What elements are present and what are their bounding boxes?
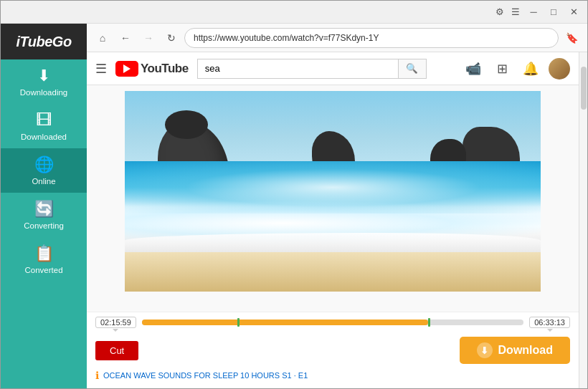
- sidebar-item-converting[interactable]: 🔄 Converting: [1, 193, 87, 237]
- youtube-search-container: 🔍: [197, 59, 427, 79]
- youtube-header: ☰ YouTube 🔍 📹 ⊞: [87, 52, 579, 85]
- hamburger-icon[interactable]: ☰: [95, 61, 107, 77]
- action-row: Cut ⬇ Download: [95, 334, 570, 367]
- video-container: [125, 91, 541, 292]
- youtube-search-input[interactable]: [197, 59, 398, 79]
- bell-icon[interactable]: 🔔: [520, 58, 541, 80]
- film-icon: 🎞: [36, 111, 52, 130]
- video-area: [87, 85, 579, 312]
- browser-panel: ⌂ ← → ↻ 🔖 ☰ YouTube: [87, 24, 587, 388]
- sidebar-label-converted: Converted: [24, 266, 62, 274]
- settings-icon[interactable]: ⚙: [493, 5, 507, 19]
- camera-icon[interactable]: 📹: [463, 58, 484, 80]
- progress-end-marker: [428, 318, 430, 327]
- progress-track[interactable]: [142, 320, 523, 325]
- sidebar-item-online[interactable]: 🌐 Online: [1, 148, 87, 193]
- cut-button[interactable]: Cut: [95, 341, 138, 360]
- bottom-controls: 02:15:59 06:33:13: [87, 312, 579, 388]
- download-btn-label: Download: [498, 344, 553, 357]
- sidebar-label-online: Online: [32, 177, 55, 186]
- start-time-marker: 02:15:59: [95, 317, 136, 328]
- sidebar-label-downloaded: Downloaded: [21, 133, 67, 141]
- close-button[interactable]: ✕: [564, 5, 583, 19]
- youtube-logo-text: YouTube: [141, 62, 189, 76]
- video-title: OCEAN WAVE SOUNDS FOR SLEEP 10 HOURS S1 …: [103, 371, 308, 380]
- search-icon: 🔍: [406, 63, 418, 74]
- menu-icon[interactable]: ☰: [508, 5, 523, 19]
- globe-icon: 🌐: [34, 155, 54, 174]
- sidebar: iTubeGo ⬇ Downloading 🎞 Downloaded 🌐 Onl…: [1, 24, 87, 388]
- sand: [125, 252, 541, 292]
- download-btn-icon: ⬇: [477, 342, 493, 358]
- info-icon: ℹ: [95, 370, 99, 381]
- maximize-button[interactable]: □: [544, 5, 563, 19]
- home-button[interactable]: ⌂: [93, 28, 113, 48]
- download-arrow-icon: ⬇: [37, 67, 50, 85]
- sidebar-label-converting: Converting: [24, 221, 64, 230]
- ocean-scene: [125, 91, 541, 292]
- scrollbar: [579, 52, 587, 388]
- bookmark-icon: 🔖: [561, 28, 582, 48]
- refresh-button[interactable]: ↻: [161, 28, 181, 48]
- sidebar-item-converted[interactable]: 📋 Converted: [1, 237, 87, 282]
- ocean: [125, 161, 541, 292]
- end-time: 06:33:13: [534, 318, 565, 327]
- end-time-marker: 06:33:13: [529, 317, 570, 328]
- title-bar: ⚙ ☰ ─ □ ✕: [1, 1, 587, 24]
- sidebar-item-downloading[interactable]: ⬇ Downloading: [1, 59, 87, 104]
- start-time: 02:15:59: [100, 318, 131, 327]
- sidebar-label-downloading: Downloading: [20, 88, 68, 97]
- back-button[interactable]: ←: [115, 28, 136, 48]
- bottom-info: ℹ OCEAN WAVE SOUNDS FOR SLEEP 10 HOURS S…: [95, 367, 570, 384]
- youtube-search-button[interactable]: 🔍: [398, 59, 427, 79]
- address-bar: ⌂ ← → ↻ 🔖: [87, 24, 587, 52]
- youtube-play-icon: [115, 61, 138, 77]
- timeline-row: 02:15:59 06:33:13: [95, 317, 570, 328]
- progress-start-marker: [237, 318, 240, 327]
- sidebar-item-downloaded[interactable]: 🎞 Downloaded: [1, 104, 87, 148]
- avatar[interactable]: [549, 58, 570, 80]
- youtube-header-right: 📹 ⊞ 🔔: [463, 58, 570, 80]
- download-button[interactable]: ⬇ Download: [460, 337, 570, 364]
- video-frame[interactable]: [125, 91, 541, 292]
- minimize-button[interactable]: ─: [524, 5, 543, 19]
- forward-button[interactable]: →: [138, 28, 158, 48]
- app-logo: iTubeGo: [1, 24, 87, 59]
- title-bar-controls: ⚙ ☰ ─ □ ✕: [493, 5, 583, 19]
- url-input[interactable]: [184, 28, 559, 48]
- youtube-logo: YouTube: [115, 61, 189, 77]
- convert-icon: 🔄: [34, 200, 54, 218]
- apps-icon[interactable]: ⊞: [491, 58, 513, 80]
- scrollbar-thumb[interactable]: [581, 67, 587, 110]
- progress-fill: [142, 320, 428, 325]
- browser-content: ☰ YouTube 🔍 📹 ⊞: [87, 52, 587, 388]
- clipboard-icon: 📋: [34, 244, 54, 263]
- app-window: ⚙ ☰ ─ □ ✕ iTubeGo ⬇ Downloading 🎞 Downlo…: [0, 0, 588, 389]
- main-content: iTubeGo ⬇ Downloading 🎞 Downloaded 🌐 Onl…: [1, 24, 587, 388]
